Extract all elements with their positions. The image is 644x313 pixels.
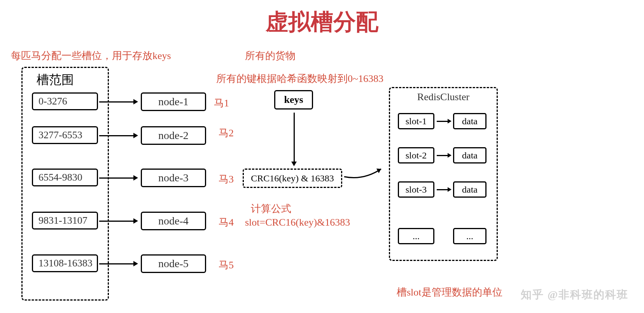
cluster-row-ellipsis: ... ...	[398, 228, 486, 244]
slot-box-1: slot-1	[398, 113, 434, 129]
keys-box: keys	[274, 90, 313, 110]
horse-label-5: 马5	[219, 258, 234, 272]
range-box-2: 3277-6553	[32, 126, 98, 144]
range-box-5: 13108-16383	[32, 254, 98, 272]
annotation-hash-mapping: 所有的键根据哈希函数映射到0~16383	[216, 72, 383, 85]
node-box-3: node-3	[141, 169, 206, 187]
horse-label-1: 马1	[214, 96, 229, 110]
horse-label-2: 马2	[219, 126, 234, 140]
annotation-all-goods: 所有的货物	[245, 49, 296, 63]
diagram-title: 虚拟槽分配	[266, 7, 378, 37]
arrow-slot-data-2	[437, 155, 448, 156]
annotation-slots-per-horse: 每匹马分配一些槽位，用于存放keys	[11, 49, 171, 63]
arrow-range-node-5	[99, 263, 134, 264]
cluster-row-2: slot-2 data	[398, 147, 486, 163]
arrow-range-node-3	[99, 177, 134, 179]
data-box-3: data	[453, 181, 486, 198]
range-box-1: 0-3276	[32, 92, 98, 110]
slot-box-3: slot-3	[398, 181, 434, 198]
cluster-row-1: slot-1 data	[398, 113, 486, 129]
arrow-slot-data-1	[437, 121, 448, 122]
arrow-range-node-1	[99, 101, 134, 103]
node-box-5: node-5	[141, 254, 206, 273]
slot-box-2: slot-2	[398, 147, 434, 163]
annotation-slot-unit: 槽slot是管理数据的单位	[397, 285, 502, 299]
crc-formula-box: CRC16(key) & 16383	[243, 169, 342, 188]
annotation-formula-label: 计算公式	[251, 202, 291, 216]
arrow-range-node-4	[99, 221, 134, 222]
arrow-range-node-2	[99, 135, 134, 136]
annotation-formula: slot=CRC16(key)&16383	[245, 217, 350, 228]
cluster-row-3: slot-3 data	[398, 181, 486, 198]
node-box-1: node-1	[141, 92, 206, 111]
range-box-4: 9831-13107	[32, 212, 98, 230]
slot-box-ellipsis: ...	[398, 228, 434, 244]
node-box-4: node-4	[141, 212, 206, 230]
horse-label-4: 马4	[219, 216, 234, 229]
horse-label-3: 马3	[219, 172, 234, 186]
range-box-3: 6554-9830	[32, 169, 98, 186]
data-box-1: data	[453, 113, 486, 129]
arrow-crc-cluster	[342, 163, 389, 186]
data-box-ellipsis: ...	[453, 228, 486, 244]
slot-range-header: 槽范围	[34, 71, 76, 89]
arrow-keys-crc	[294, 113, 295, 162]
redis-cluster-container: RedisCluster slot-1 data slot-2 data slo…	[389, 87, 498, 261]
node-box-2: node-2	[141, 126, 206, 145]
watermark: 知乎 @非科班的科班	[521, 287, 628, 302]
redis-cluster-title: RedisCluster	[417, 91, 469, 103]
data-box-2: data	[453, 147, 486, 163]
arrow-slot-data-3	[437, 189, 448, 190]
